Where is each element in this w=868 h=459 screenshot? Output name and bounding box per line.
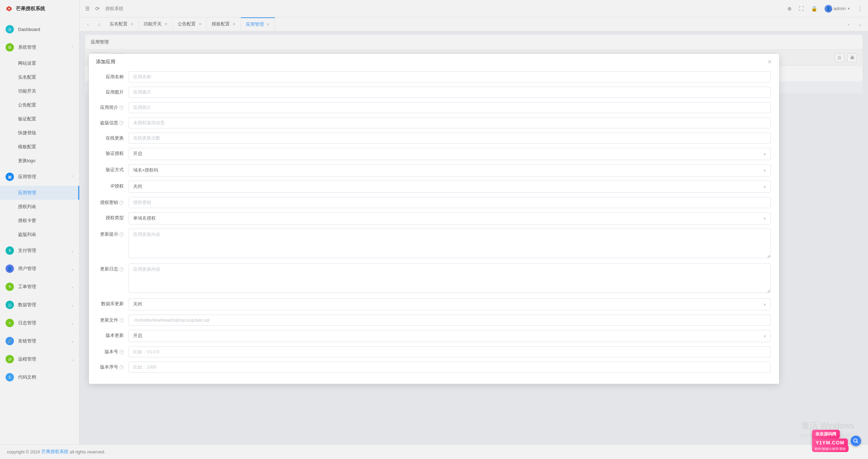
svg-line-3 <box>857 442 858 443</box>
online-label: 在线更换 <box>97 133 129 141</box>
row-ipauth: IP授权 关闭▼ <box>97 181 771 193</box>
updtip-textarea[interactable] <box>129 229 771 258</box>
row-image: 应用图片 <box>97 87 771 98</box>
piracy-input[interactable] <box>129 117 771 128</box>
row-authtype: 授权类型 单域名授权▼ <box>97 212 771 224</box>
name-input[interactable] <box>129 71 771 82</box>
help-icon[interactable]: ? <box>119 232 124 237</box>
secret-label: 授权密钥? <box>97 197 129 206</box>
row-verify: 验证授权 开启▼ <box>97 148 771 160</box>
build-label: 版本序号? <box>97 362 129 370</box>
help-icon[interactable]: ? <box>119 200 124 205</box>
row-version: 版本号? <box>97 346 771 357</box>
modal-mask[interactable]: 添加应用 ✕ 应用名称 应用图片 应用简介? 盗版信息? 在线更换 验证授权 开… <box>0 0 868 459</box>
svg-point-2 <box>854 439 857 442</box>
image-label: 应用图片 <box>97 87 129 95</box>
row-intro: 应用简介? <box>97 102 771 113</box>
ipauth-select[interactable]: 关闭 <box>129 181 771 193</box>
updtip-label: 更新提示? <box>97 229 129 237</box>
modal-title: 添加应用 <box>96 59 115 65</box>
row-dbupd: 数据库更新 关闭▼ <box>97 298 771 310</box>
verify-label: 验证授权 <box>97 148 129 157</box>
dbupd-select[interactable]: 关闭 <box>129 298 771 310</box>
version-input[interactable] <box>129 346 771 357</box>
dbupd-label: 数据库更新 <box>97 298 129 307</box>
modal-add-app: 添加应用 ✕ 应用名称 应用图片 应用简介? 盗版信息? 在线更换 验证授权 开… <box>89 54 779 384</box>
badge-domain: Y1YM.COM <box>812 438 848 447</box>
row-secret: 授权密钥? <box>97 197 771 208</box>
secret-input[interactable] <box>129 197 771 208</box>
method-select[interactable]: 域名+授权码 <box>129 164 771 176</box>
row-updtip: 更新提示? <box>97 229 771 259</box>
version-label: 版本号? <box>97 346 129 355</box>
method-label: 验证方式 <box>97 164 129 173</box>
row-verupd: 版本更新 开启▼ <box>97 330 771 342</box>
row-online: 在线更换 <box>97 133 771 144</box>
row-name: 应用名称 <box>97 71 771 82</box>
intro-input[interactable] <box>129 102 771 113</box>
verupd-select[interactable]: 开启 <box>129 330 771 342</box>
close-icon[interactable]: ✕ <box>768 59 772 65</box>
help-icon[interactable]: ? <box>119 121 124 125</box>
search-badge-icon[interactable] <box>851 436 861 446</box>
row-piracy: 盗版信息? <box>97 117 771 128</box>
updfile-input[interactable] <box>129 315 771 326</box>
build-input[interactable] <box>129 362 771 373</box>
updfile-label: 更新文件? <box>97 315 129 323</box>
row-updfile: 更新文件? <box>97 315 771 326</box>
row-method: 验证方式 域名+授权码▼ <box>97 164 771 176</box>
help-icon[interactable]: ? <box>119 350 124 354</box>
online-input[interactable] <box>129 133 771 144</box>
badge-title: 依依源码网 <box>812 430 840 438</box>
help-icon[interactable]: ? <box>119 105 124 110</box>
help-icon[interactable]: ? <box>119 267 124 271</box>
help-icon[interactable]: ? <box>119 365 124 370</box>
help-icon[interactable]: ? <box>119 318 124 323</box>
site-badge: 依依源码网 Y1YM.COM 软件/游戏/小程序/系统 <box>812 430 861 452</box>
updlog-label: 更新日志? <box>97 263 129 272</box>
authtype-select[interactable]: 单域名授权 <box>129 212 771 224</box>
verify-select[interactable]: 开启 <box>129 148 771 160</box>
ipauth-label: IP授权 <box>97 181 129 189</box>
row-updlog: 更新日志? <box>97 263 771 294</box>
image-input[interactable] <box>129 87 771 98</box>
row-build: 版本序号? <box>97 362 771 373</box>
name-label: 应用名称 <box>97 71 129 80</box>
authtype-label: 授权类型 <box>97 212 129 221</box>
intro-label: 应用简介? <box>97 102 129 111</box>
piracy-label: 盗版信息? <box>97 117 129 126</box>
badge-sub: 软件/游戏/小程序/系统 <box>812 446 849 452</box>
verupd-label: 版本更新 <box>97 330 129 339</box>
updlog-textarea[interactable] <box>129 263 771 293</box>
